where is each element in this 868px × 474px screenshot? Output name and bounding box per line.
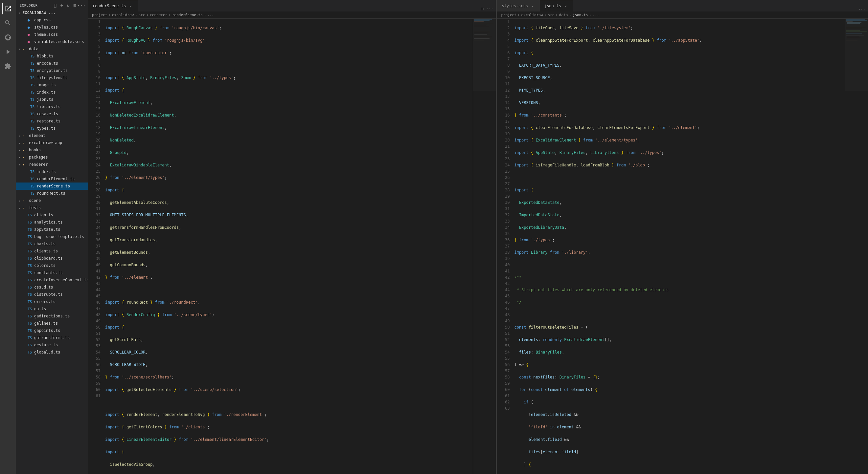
sidebar-header: EXPLORER  + ↻ ⊟ ···: [16, 0, 88, 9]
bc-file: json.ts: [572, 13, 588, 17]
tree-item-renderer-folder[interactable]: ▾ ▾ renderer: [16, 161, 88, 168]
tree-item-library[interactable]: TS library.ts: [16, 103, 88, 110]
file-label: blob.ts: [37, 54, 54, 59]
tree-item-encode[interactable]: TS encode.ts: [16, 60, 88, 67]
file-label: gesture.ts: [34, 343, 58, 347]
tree-item-createinverse[interactable]: TS createInverseContext.ts: [16, 276, 88, 283]
tree-project-root[interactable]: ▾ EXCALIDRAW ...: [16, 9, 88, 16]
close-tab-icon[interactable]: ✕: [530, 3, 535, 8]
tree-item-variables[interactable]: ● variables.module.scss: [16, 38, 88, 45]
tree-item-index[interactable]: TS index.ts: [16, 89, 88, 96]
activity-bar: [0, 0, 16, 474]
more-icon[interactable]: ···: [486, 7, 493, 11]
more-icon-right[interactable]: ···: [858, 7, 865, 11]
tab-renderscene[interactable]: renderScene.ts ✕: [88, 0, 138, 11]
tree-item-styles-css[interactable]: ● styles.css: [16, 24, 88, 31]
activity-search-icon[interactable]: [2, 17, 14, 29]
left-editor-tabs: renderScene.ts ✕ ⊟ ···: [88, 0, 496, 11]
sidebar-header-icons:  + ↻ ⊟ ···: [53, 3, 84, 8]
file-label: clipboard.ts: [34, 256, 63, 261]
new-file-icon[interactable]: : [53, 3, 58, 8]
left-code-content[interactable]: import { RoughCanvas } from 'roughjs/bin…: [102, 19, 473, 474]
tree-item-resave[interactable]: TS resave.ts: [16, 110, 88, 117]
file-label: charts.ts: [34, 242, 56, 246]
tree-item-constants[interactable]: TS constants.ts: [16, 269, 88, 276]
tree-item-align[interactable]: TS align.ts: [16, 211, 88, 218]
file-icon: TS: [28, 242, 33, 246]
sidebar-title: EXPLORER: [20, 4, 38, 7]
file-icon: ●: [28, 18, 33, 22]
tree-item-cssd[interactable]: TS css.d.ts: [16, 283, 88, 291]
tree-item-scene[interactable]: ▸ ▸ scene: [16, 197, 88, 204]
tree-item-image[interactable]: TS image.ts: [16, 81, 88, 89]
activity-git-icon[interactable]: [2, 32, 14, 43]
close-tab-icon[interactable]: ✕: [563, 3, 568, 8]
tab-json-ts[interactable]: json.ts ✕: [540, 0, 573, 11]
collapse-icon[interactable]: ⊟: [72, 3, 78, 8]
file-icon: TS: [28, 220, 33, 225]
file-icon: TS: [28, 264, 33, 268]
tree-item-blob[interactable]: TS blob.ts: [16, 53, 88, 60]
file-label: align.ts: [34, 213, 53, 217]
bc-project: project: [501, 13, 516, 17]
tree-item-types[interactable]: TS types.ts: [16, 125, 88, 132]
close-tab-icon[interactable]: ✕: [128, 3, 133, 8]
tree-item-gatransforms[interactable]: TS gatransforms.ts: [16, 334, 88, 341]
tree-item-appstate[interactable]: TS appState.ts: [16, 226, 88, 233]
tree-item-gadirections[interactable]: TS gadirections.ts: [16, 312, 88, 320]
more-icon[interactable]: ···: [79, 3, 84, 8]
tree-item-packages[interactable]: ▸ ▸ packages: [16, 154, 88, 161]
tree-item-bug[interactable]: TS bug-issue-template.ts: [16, 233, 88, 240]
left-code-editor[interactable]: 12345 678910 1112131415 1617181920 21222…: [88, 19, 496, 474]
tree-item-rendererindex[interactable]: TS index.ts: [16, 168, 88, 175]
tree-item-json[interactable]: TS json.ts: [16, 96, 88, 103]
tree-item-analytics[interactable]: TS analytics.ts: [16, 218, 88, 226]
split-editor-icon[interactable]: ⊟: [480, 6, 483, 11]
tree-item-colors[interactable]: TS colors.ts: [16, 262, 88, 269]
tree-item-roundrect[interactable]: TS roundRect.ts: [16, 190, 88, 197]
file-icon: TS: [28, 235, 33, 239]
tree-item-encryption[interactable]: TS encryption.ts: [16, 67, 88, 74]
refresh-icon[interactable]: ↻: [66, 3, 71, 8]
file-icon: TS: [30, 69, 35, 73]
tree-item-ga[interactable]: TS ga.ts: [16, 305, 88, 312]
file-icon: TS: [30, 112, 35, 116]
new-folder-icon[interactable]: +: [59, 3, 64, 8]
tree-item-gesture[interactable]: TS gesture.ts: [16, 341, 88, 349]
tree-item-gapoints[interactable]: TS gapoints.ts: [16, 327, 88, 334]
tree-item-restore[interactable]: TS restore.ts: [16, 117, 88, 125]
right-code-content[interactable]: import { fileOpen, fileSave } from './fi…: [512, 19, 845, 474]
tree-item-charts[interactable]: TS charts.ts: [16, 240, 88, 247]
folder-icon: ▸: [22, 206, 28, 210]
bc-renderer: renderer: [150, 13, 167, 17]
folder-icon: ▸: [22, 155, 28, 160]
tab-styles-scss[interactable]: styles.scss ✕: [497, 0, 539, 11]
tree-item-theme-scss[interactable]: ● theme.scss: [16, 31, 88, 38]
activity-explorer-icon[interactable]: [2, 3, 14, 14]
tree-item-globald[interactable]: TS global.d.ts: [16, 349, 88, 356]
tree-item-clients[interactable]: TS clients.ts: [16, 247, 88, 255]
tree-item-data-folder[interactable]: ▾ ▸ data: [16, 45, 88, 53]
file-icon: TS: [30, 90, 35, 95]
project-label: EXCALIDRAW ...: [22, 10, 56, 15]
file-label: distrubte.ts: [34, 292, 63, 297]
right-editor-pane: styles.scss ✕ json.ts ✕ ··· project ›: [497, 0, 868, 474]
file-label: app.css: [34, 18, 51, 22]
tree-item-hooks[interactable]: ▸ ▸ hooks: [16, 146, 88, 154]
file-icon: TS: [30, 119, 35, 124]
tree-item-app-css[interactable]: ● app.css: [16, 16, 88, 24]
activity-extensions-icon[interactable]: [2, 60, 14, 72]
tree-item-errors[interactable]: TS errors.ts: [16, 298, 88, 305]
tree-item-element-folder[interactable]: ▸ ▸ element: [16, 132, 88, 139]
activity-run-icon[interactable]: [2, 46, 14, 58]
tree-item-renderscene[interactable]: TS renderScene.ts: [16, 182, 88, 190]
left-breadcrumb: project › excalidraw › src › renderer › …: [88, 11, 496, 19]
tree-item-distrubte[interactable]: TS distrubte.ts: [16, 291, 88, 298]
tree-item-filesystem[interactable]: TS filesystem.ts: [16, 74, 88, 81]
tree-item-renderelement[interactable]: TS renderElement.ts: [16, 175, 88, 182]
tree-item-clipboard[interactable]: TS clipboard.ts: [16, 255, 88, 262]
tree-item-tests[interactable]: ▸ ▸ tests: [16, 204, 88, 211]
tree-item-excalidraw-app[interactable]: ▸ ▸ excalidraw-app: [16, 139, 88, 146]
right-code-editor[interactable]: 12345 678910 1112131415 1617181920 21222…: [497, 19, 868, 474]
tree-item-galines[interactable]: TS galines.ts: [16, 320, 88, 327]
